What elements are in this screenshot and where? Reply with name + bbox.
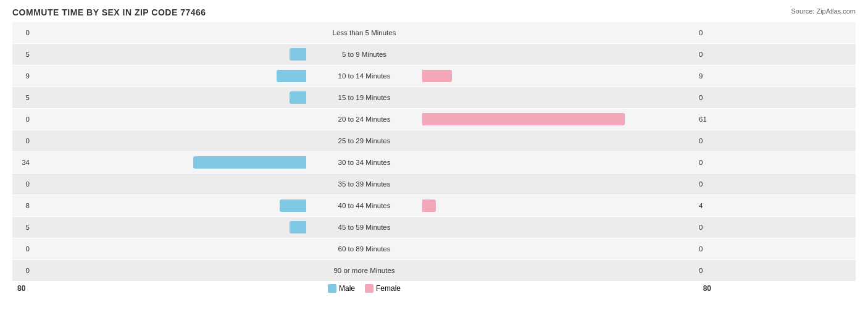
female-value: 0	[699, 224, 716, 231]
male-value: 5	[12, 94, 30, 101]
male-bar-wrap	[32, 178, 306, 190]
female-value: 0	[699, 137, 716, 145]
right-section: 9	[420, 70, 716, 82]
bar-row: 9 10 to 14 Minutes 9	[12, 65, 856, 86]
right-section: 4	[420, 199, 716, 212]
male-bar-wrap	[32, 243, 306, 255]
bar-row: 8 40 to 44 Minutes 4	[12, 195, 856, 216]
male-value: 0	[12, 245, 30, 253]
bar-row: 34 30 to 34 Minutes 0	[12, 152, 856, 173]
male-bar-wrap	[32, 91, 306, 104]
male-bar-wrap	[32, 113, 306, 125]
male-bar-wrap	[32, 156, 306, 169]
left-section: 0	[12, 135, 309, 147]
male-bar	[290, 91, 306, 104]
male-value: 34	[12, 159, 30, 166]
row-label: 5 to 9 Minutes	[309, 51, 420, 58]
left-section: 8	[12, 199, 309, 212]
female-bar-wrap	[422, 264, 696, 277]
row-label: 20 to 24 Minutes	[309, 115, 420, 123]
left-section: 0	[12, 178, 309, 190]
chart-title: COMMUTE TIME BY SEX IN ZIP CODE 77466	[12, 7, 856, 17]
male-bar	[193, 156, 306, 169]
male-bar-wrap	[32, 221, 306, 233]
male-value: 0	[12, 267, 30, 274]
male-value: 0	[12, 115, 30, 123]
female-bar-wrap	[422, 178, 696, 190]
female-swatch	[365, 284, 373, 293]
male-bar-wrap	[32, 264, 306, 277]
left-section: 0	[12, 243, 309, 255]
legend-male: Male	[328, 284, 355, 293]
male-bar	[280, 199, 306, 212]
right-section: 0	[420, 91, 716, 104]
row-label: 40 to 44 Minutes	[309, 202, 420, 209]
row-label: 15 to 19 Minutes	[309, 94, 420, 101]
axis-right: 80	[420, 284, 716, 293]
axis-right-label: 80	[703, 284, 711, 293]
female-bar-wrap	[422, 199, 696, 212]
male-value: 0	[12, 137, 30, 145]
bar-row: 0 Less than 5 Minutes 0	[12, 22, 856, 43]
female-value: 61	[699, 115, 716, 123]
row-label: Less than 5 Minutes	[309, 29, 420, 36]
female-bar-wrap	[422, 221, 696, 233]
axis-left: 80	[12, 284, 309, 293]
female-bar-wrap	[422, 70, 696, 82]
bar-row: 0 90 or more Minutes 0	[12, 260, 856, 281]
row-label: 25 to 29 Minutes	[309, 137, 420, 145]
female-bar-wrap	[422, 91, 696, 104]
bar-row: 0 25 to 29 Minutes 0	[12, 130, 856, 151]
male-value: 0	[12, 29, 30, 36]
right-section: 0	[420, 27, 716, 39]
female-value: 0	[699, 267, 716, 274]
female-bar-wrap	[422, 135, 696, 147]
female-value: 0	[699, 29, 716, 36]
male-value: 5	[12, 224, 30, 231]
male-bar-wrap	[32, 27, 306, 39]
chart-rows: 0 Less than 5 Minutes 0 5 5 to 9 Minutes	[12, 22, 856, 282]
male-bar	[290, 221, 306, 233]
chart-legend: Male Female	[309, 284, 420, 293]
female-bar-wrap	[422, 113, 696, 125]
main-container: COMMUTE TIME BY SEX IN ZIP CODE 77466 So…	[0, 0, 868, 323]
left-section: 9	[12, 70, 309, 82]
right-section: 0	[420, 178, 716, 190]
male-bar	[277, 70, 306, 82]
legend-female: Female	[365, 284, 401, 293]
right-section: 61	[420, 113, 716, 125]
left-section: 0	[12, 113, 309, 125]
left-section: 5	[12, 221, 309, 233]
male-bar-wrap	[32, 199, 306, 212]
female-bar-wrap	[422, 27, 696, 39]
row-label: 35 to 39 Minutes	[309, 180, 420, 188]
row-label: 10 to 14 Minutes	[309, 72, 420, 80]
female-value: 9	[699, 72, 716, 80]
female-bar-wrap	[422, 156, 696, 169]
female-bar	[422, 113, 625, 125]
left-section: 0	[12, 264, 309, 277]
source-label: Source: ZipAtlas.com	[791, 7, 856, 15]
male-value: 9	[12, 72, 30, 80]
bar-row: 0 20 to 24 Minutes 61	[12, 109, 856, 130]
right-section: 0	[420, 156, 716, 169]
axis-left-label: 80	[17, 284, 25, 293]
bar-row: 5 45 to 59 Minutes 0	[12, 217, 856, 238]
axis-row: 80 Male Female 80	[12, 284, 856, 293]
row-label: 30 to 34 Minutes	[309, 159, 420, 166]
right-section: 0	[420, 135, 716, 147]
right-section: 0	[420, 243, 716, 255]
bar-row: 5 5 to 9 Minutes 0	[12, 44, 856, 65]
left-section: 0	[12, 27, 309, 39]
legend-female-label: Female	[376, 284, 401, 293]
female-bar	[422, 70, 452, 82]
male-value: 5	[12, 51, 30, 58]
female-value: 0	[699, 245, 716, 253]
right-section: 0	[420, 264, 716, 277]
female-value: 0	[699, 159, 716, 166]
right-section: 0	[420, 221, 716, 233]
male-bar	[290, 48, 306, 61]
female-value: 0	[699, 94, 716, 101]
bar-row: 5 15 to 19 Minutes 0	[12, 87, 856, 108]
left-section: 5	[12, 48, 309, 61]
